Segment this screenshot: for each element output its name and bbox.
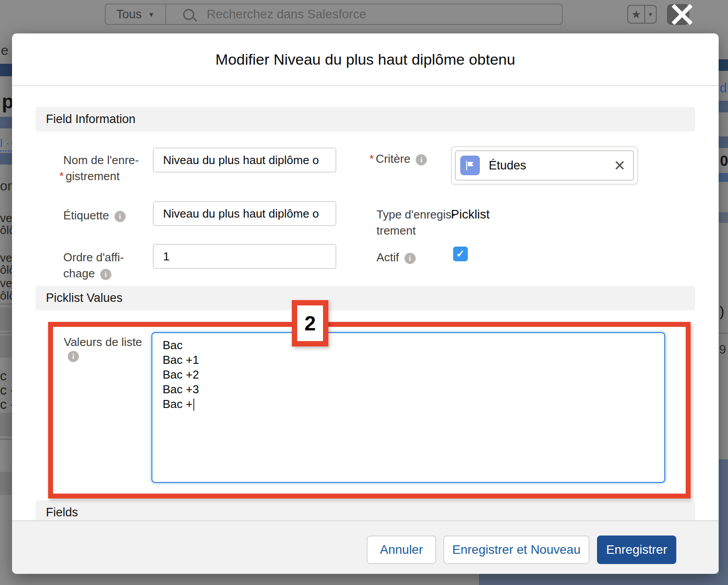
- global-search-bar: Tous ▼ Recherchez dans Salesforce: [105, 4, 563, 25]
- save-and-new-button[interactable]: Enregistrer et Nouveau: [443, 536, 589, 564]
- bg-band: [0, 472, 12, 495]
- search-scope-dropdown: Tous ▼: [106, 4, 166, 24]
- check-icon: ✓: [456, 248, 465, 260]
- bg-band: [0, 153, 12, 165]
- bg-band: [0, 413, 12, 436]
- record-name-label: Nom de l'enre- *gistrement: [59, 152, 139, 184]
- required-asterisk: *: [59, 169, 64, 183]
- chevron-down-icon: ▼: [148, 11, 155, 18]
- bg-fragment: di: [720, 80, 728, 95]
- bg-table-band: [479, 574, 728, 585]
- bg-band: [0, 308, 12, 331]
- criterion-value: Études: [489, 159, 614, 173]
- active-checkbox[interactable]: ✓: [453, 247, 468, 261]
- picklist-values-textarea[interactable]: Bac Bac +1 Bac +2 Bac +3 Bac +: [151, 332, 665, 483]
- picklist-values-label: Valeurs de liste: [64, 334, 142, 350]
- bg-band: [719, 459, 728, 585]
- section-title: Picklist Values: [46, 291, 123, 305]
- salesforce-setup-page: Tous ▼ Recherchez dans Salesforce ★ ▼ e …: [0, 0, 728, 585]
- bg-fragment: 9: [719, 342, 726, 357]
- bg-divider: [0, 304, 12, 305]
- display-order-input[interactable]: [153, 244, 336, 269]
- criterion-lookup-field: Études ×: [451, 146, 638, 185]
- chevron-down-icon: ▼: [645, 6, 656, 23]
- bg-band: [0, 117, 12, 128]
- annotation-step-badge: 2: [292, 300, 328, 346]
- section-header-field-information: Field Information: [36, 107, 695, 132]
- bg-band: [0, 335, 12, 358]
- criterion-selected-pill[interactable]: Études ×: [455, 150, 634, 181]
- search-scope-label: Tous: [116, 8, 142, 21]
- bg-band: [719, 59, 728, 71]
- record-type-label: Type d'enregis- trement: [376, 206, 455, 239]
- active-label: Actifi: [376, 249, 416, 265]
- bg-band: [719, 173, 728, 182]
- search-icon: [183, 9, 194, 20]
- bg-divider: [0, 439, 12, 440]
- star-icon: ★: [628, 6, 645, 23]
- bg-divider: [0, 333, 12, 334]
- section-header-picklist-values: Picklist Values: [36, 286, 695, 310]
- info-icon[interactable]: i: [416, 154, 427, 165]
- bg-fragment: ): [720, 303, 724, 320]
- bg-divider: [719, 333, 728, 334]
- remove-selection-icon[interactable]: ×: [614, 156, 625, 175]
- modal-title: Modifier Niveau du plus haut diplôme obt…: [216, 51, 515, 68]
- bg-band: [719, 212, 728, 223]
- record-type-value: Picklist: [451, 207, 490, 222]
- info-icon[interactable]: i: [68, 351, 79, 362]
- info-icon[interactable]: i: [115, 211, 126, 222]
- bg-fragment: 0: [720, 152, 728, 169]
- flag-icon: [460, 156, 480, 175]
- record-name-input[interactable]: [153, 148, 336, 173]
- save-button[interactable]: Enregistrer: [597, 536, 676, 564]
- label-input[interactable]: [153, 201, 336, 226]
- bg-band: [719, 136, 728, 148]
- label-field-label: Étiquettei: [63, 207, 126, 223]
- required-asterisk: *: [369, 152, 374, 165]
- info-icon[interactable]: i: [405, 253, 416, 264]
- modal-footer: Annuler Enregistrer et Nouveau Enregistr…: [12, 520, 719, 574]
- bg-fragment: c: [0, 368, 7, 383]
- cancel-button[interactable]: Annuler: [367, 536, 436, 564]
- favorites-button-group: ★ ▼: [627, 5, 657, 24]
- info-icon[interactable]: i: [100, 269, 111, 280]
- section-title: Fields: [46, 506, 78, 519]
- display-order-label: Ordre d'affi- chagei: [63, 249, 124, 281]
- edit-picklist-field-modal: Modifier Niveau du plus haut diplôme obt…: [12, 33, 719, 574]
- close-icon[interactable]: [669, 2, 695, 26]
- section-title: Field Information: [46, 112, 135, 126]
- search-placeholder: Recherchez dans Salesforce: [207, 7, 366, 21]
- modal-header: Modifier Niveau du plus haut diplôme obt…: [12, 33, 719, 86]
- criterion-label: *Critèrei: [369, 151, 427, 167]
- bg-band: [0, 64, 12, 76]
- bg-band: [719, 101, 728, 112]
